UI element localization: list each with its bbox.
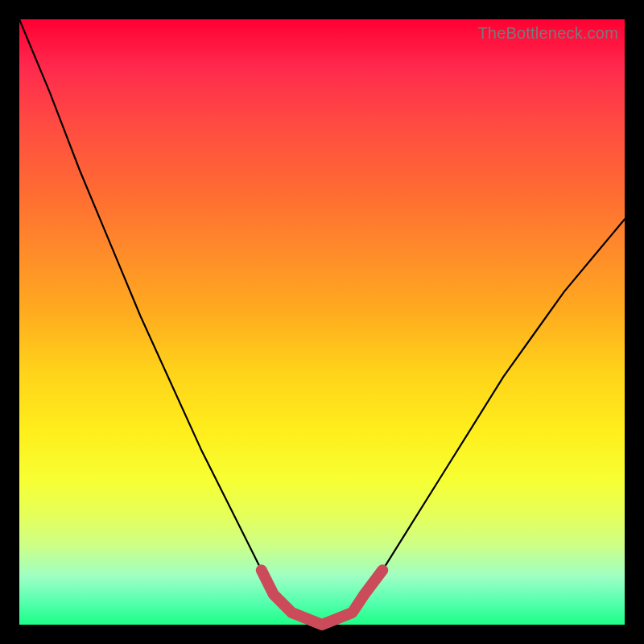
chart-frame: TheBottleneck.com [0,0,644,644]
curve-line [19,19,625,625]
plot-area: TheBottleneck.com [19,19,625,625]
bottleneck-curve [19,19,625,625]
curve-highlight [262,570,382,625]
